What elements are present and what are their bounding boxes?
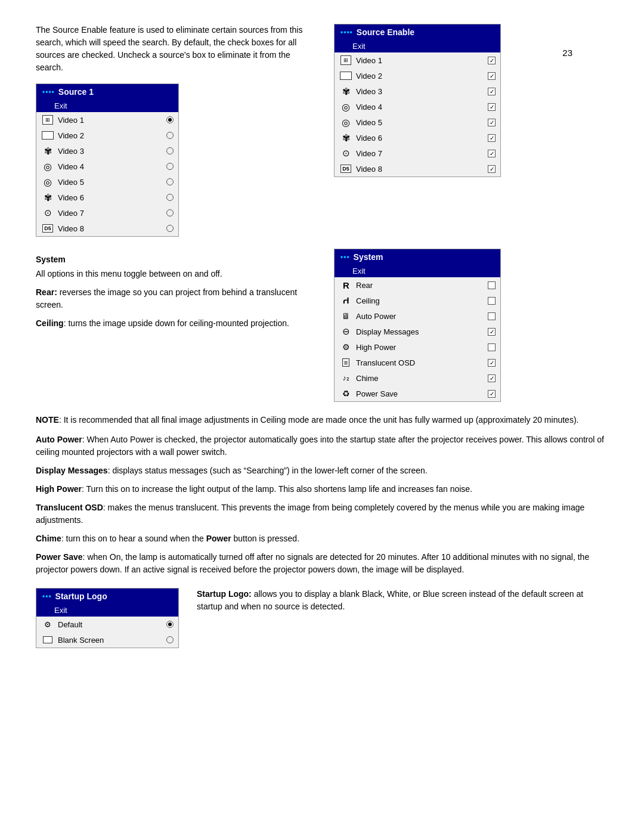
autopower-bold: Auto Power	[36, 435, 82, 444]
se-video3[interactable]: ✾ Video 3	[335, 83, 500, 99]
source1-video1[interactable]: ⊞ Video 1	[36, 112, 178, 128]
startup-logo-title-bar: ••• Startup Logo	[36, 589, 178, 604]
chime-end: button is pressed.	[231, 534, 299, 543]
startup-logo-description: Startup Logo: allows you to display a bl…	[197, 588, 608, 613]
se-video1-checkbox[interactable]	[488, 57, 496, 64]
source1-dots: ••••	[42, 88, 55, 96]
system-rear-checkbox[interactable]	[488, 281, 496, 289]
se-video6-checkbox[interactable]	[488, 134, 496, 142]
system-power-save-checkbox[interactable]	[488, 390, 496, 398]
se-video8-checkbox[interactable]	[488, 165, 496, 173]
se-video4[interactable]: ◎ Video 4	[335, 99, 500, 114]
chime-text: Chime: turn this on to hear a sound when…	[36, 532, 608, 545]
startup-blank[interactable]: Blank Screen	[36, 632, 178, 648]
source1-video5[interactable]: ◎ Video 5	[36, 174, 178, 190]
system-dots: •••	[340, 253, 350, 261]
startup-default-radio[interactable]	[166, 621, 174, 628]
se-video3-checkbox[interactable]	[488, 88, 496, 95]
intro-text: The Source Enable feature is used to eli…	[36, 24, 310, 74]
se-video3-label: Video 3	[356, 87, 488, 96]
se-star-dots2-icon: ✾	[339, 131, 352, 144]
system-auto-power[interactable]: 🖥 Auto Power	[335, 308, 500, 324]
startup-default[interactable]: ⚙ Default	[36, 617, 178, 632]
system-high-power-checkbox[interactable]	[488, 343, 496, 351]
se-video8[interactable]: D5 Video 8	[335, 161, 500, 176]
system-translucent-osd[interactable]: ≡ Translucent OSD	[335, 355, 500, 370]
display-bold: Display Messages	[36, 466, 108, 475]
se-video5-checkbox[interactable]	[488, 119, 496, 126]
source1-exit[interactable]: Exit	[36, 100, 178, 112]
transosd-body: : makes the menus translucent. This prev…	[36, 503, 584, 525]
source1-video7-radio[interactable]	[166, 209, 174, 216]
system-display-messages[interactable]: ⊖ Display Messages	[335, 324, 500, 339]
system-title-bar: ••• System	[335, 249, 500, 265]
se-video2-checkbox[interactable]	[488, 72, 496, 80]
page-number: 23	[562, 48, 572, 58]
source1-video7-label: Video 7	[58, 209, 166, 218]
system-chime-checkbox[interactable]	[488, 374, 496, 382]
system-translucent-osd-label: Translucent OSD	[356, 358, 488, 367]
source1-video7[interactable]: ⊙ Video 7	[36, 205, 178, 221]
source1-video5-radio[interactable]	[166, 178, 174, 185]
system-chime[interactable]: ♪₂ Chime	[335, 370, 500, 386]
powersave-text: Power Save: when On, the lamp is automat…	[36, 551, 608, 576]
startup-logo-text: allows you to display a blank Black, Whi…	[197, 589, 583, 611]
se-video1-label: Video 1	[356, 56, 488, 65]
monitor-icon: 🖥	[339, 309, 352, 323]
se-sun-icon: ⊙	[339, 147, 352, 160]
transosd-bold: Translucent OSD	[36, 503, 103, 512]
system-exit[interactable]: Exit	[335, 265, 500, 277]
se-d5-icon: D5	[339, 162, 352, 175]
se-video1[interactable]: ⊞ Video 1	[335, 52, 500, 68]
rear-body: reverses the image so you can project fr…	[36, 287, 297, 309]
system-power-save[interactable]: ♻ Power Save	[335, 386, 500, 401]
source1-video2-label: Video 2	[58, 131, 166, 140]
system-display-messages-checkbox[interactable]	[488, 328, 496, 336]
se-video5[interactable]: ◎ Video 5	[335, 114, 500, 130]
source-enable-title-bar: •••• Source Enable	[335, 24, 500, 40]
se-star-dots-icon: ✾	[339, 85, 352, 98]
source1-video2-radio[interactable]	[166, 132, 174, 139]
source1-video4-radio[interactable]	[166, 163, 174, 170]
system-translucent-osd-checkbox[interactable]	[488, 359, 496, 367]
source1-video6[interactable]: ✾ Video 6	[36, 190, 178, 205]
system-rear[interactable]: Я Rear	[335, 277, 500, 293]
source1-video3[interactable]: ✾ Video 3	[36, 143, 178, 159]
se-video7-label: Video 7	[356, 149, 488, 158]
source1-video3-radio[interactable]	[166, 147, 174, 154]
se-video7-checkbox[interactable]	[488, 150, 496, 157]
startup-logo-exit[interactable]: Exit	[36, 604, 178, 617]
source1-video4[interactable]: ◎ Video 4	[36, 159, 178, 174]
chime-power-bold: Power	[206, 534, 231, 543]
se-circle-dots2-icon: ◎	[339, 116, 352, 129]
source1-video6-label: Video 6	[58, 193, 166, 202]
highpower-text: High Power: Turn this on to increase the…	[36, 483, 608, 496]
source-enable-exit[interactable]: Exit	[335, 40, 500, 52]
source1-video8-radio[interactable]	[166, 225, 174, 232]
system-auto-power-checkbox[interactable]	[488, 312, 496, 320]
system-ceiling-checkbox[interactable]	[488, 297, 496, 305]
d5-icon: D5	[41, 222, 54, 235]
startup-blank-label: Blank Screen	[58, 636, 166, 645]
source1-title-bar: •••• Source 1	[36, 84, 178, 100]
star-dots2-icon: ✾	[41, 191, 54, 204]
startup-logo-menu-container: ••• Startup Logo Exit ⚙ Default Blank Sc…	[36, 588, 179, 648]
highpower-body: : Turn this on to increase the light out…	[82, 484, 472, 494]
source1-title: Source 1	[58, 87, 94, 97]
source1-menu: •••• Source 1 Exit ⊞ Video 1 Video 2 ✾ V…	[36, 83, 179, 237]
source1-video1-radio[interactable]	[166, 116, 174, 123]
source1-video2[interactable]: Video 2	[36, 128, 178, 143]
startup-logo-dots: •••	[42, 592, 52, 600]
se-video4-checkbox[interactable]	[488, 103, 496, 111]
source1-video6-radio[interactable]	[166, 194, 174, 201]
se-video6[interactable]: ✾ Video 6	[335, 130, 500, 145]
chime-body: : turn this on to hear a sound when the	[61, 534, 206, 543]
source1-video8[interactable]: D5 Video 8	[36, 221, 178, 236]
powersave-bold: Power Save	[36, 552, 83, 562]
startup-blank-radio[interactable]	[166, 636, 174, 643]
system-ceiling[interactable]: Ч Ceiling	[335, 293, 500, 308]
se-video7[interactable]: ⊙ Video 7	[335, 145, 500, 161]
se-video2[interactable]: Video 2	[335, 68, 500, 83]
system-high-power[interactable]: ⚙ High Power	[335, 339, 500, 355]
source1-video4-label: Video 4	[58, 162, 166, 171]
